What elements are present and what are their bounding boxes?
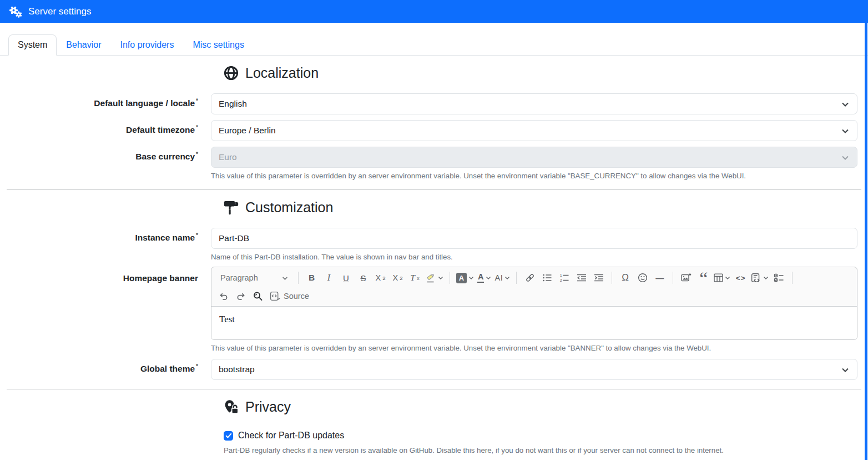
privacy-section-header: Privacy xyxy=(224,397,868,416)
link-button[interactable] xyxy=(521,269,538,286)
chevron-down-icon xyxy=(841,102,849,107)
tab-misc-settings[interactable]: Misc settings xyxy=(183,34,253,56)
font-background-color-icon: A xyxy=(456,273,467,283)
instance-name-label: Instance name* xyxy=(0,228,211,243)
undo-icon xyxy=(219,292,229,301)
chevron-down-icon xyxy=(282,276,288,281)
timezone-row: Default timezone* Europe / Berlin xyxy=(0,120,857,141)
italic-button[interactable]: I xyxy=(320,269,337,286)
highlight-button[interactable] xyxy=(423,269,445,286)
timezone-select[interactable]: Europe / Berlin xyxy=(211,120,857,141)
strikethrough-button[interactable]: S xyxy=(355,269,372,286)
font-size-button[interactable]: AI xyxy=(493,269,512,286)
bold-button[interactable]: B xyxy=(303,269,320,286)
toolbar-separator xyxy=(450,272,450,284)
redo-button[interactable] xyxy=(232,288,249,304)
toolbar-separator xyxy=(298,272,299,284)
global-theme-label: Global theme* xyxy=(0,359,211,374)
source-icon xyxy=(270,291,281,301)
toolbar-separator xyxy=(673,272,673,284)
customization-section-header: Customization xyxy=(224,198,868,217)
paragraph-dropdown[interactable]: Paragraph xyxy=(215,269,294,286)
svg-text:1: 1 xyxy=(559,273,562,277)
bulleted-list-button[interactable] xyxy=(538,269,556,286)
remove-format-button[interactable]: Tx xyxy=(406,269,423,286)
instance-name-input[interactable] xyxy=(211,228,857,249)
homepage-banner-label: Homepage banner xyxy=(0,267,211,283)
block-quote-icon: “ xyxy=(699,277,708,285)
instance-name-row: Instance name* Name of this Part-DB inst… xyxy=(0,228,857,261)
insert-image-button[interactable] xyxy=(678,269,695,286)
tab-system[interactable]: System xyxy=(8,34,57,56)
currency-row: Base currency* Euro This value of this p… xyxy=(0,147,857,180)
outdent-icon xyxy=(577,273,587,282)
emoji-button[interactable] xyxy=(634,269,651,286)
section-divider xyxy=(7,189,861,190)
chevron-down-icon xyxy=(841,367,849,373)
section-title: Localization xyxy=(245,65,319,81)
insert-table-icon xyxy=(714,273,723,282)
underline-button[interactable]: U xyxy=(337,269,355,286)
chevron-down-icon xyxy=(468,276,474,280)
tab-info-providers[interactable]: Info providers xyxy=(111,34,184,56)
top-navbar: Server settings xyxy=(0,0,868,23)
paint-roller-icon xyxy=(224,200,239,215)
updates-checkbox[interactable] xyxy=(224,431,233,441)
source-button[interactable]: Source xyxy=(266,288,312,304)
chevron-down-icon xyxy=(725,276,730,280)
language-row: Default language / locale* English xyxy=(0,93,857,114)
timezone-label: Default timezone* xyxy=(0,120,211,135)
font-color-button[interactable]: A xyxy=(476,269,493,286)
language-select[interactable]: English xyxy=(211,93,857,114)
homepage-banner-row: Homepage banner Paragraph B I U S X2 X2 … xyxy=(0,267,857,352)
server-settings-page: Server settings System Behavior Info pro… xyxy=(0,0,868,460)
block-quote-button[interactable]: “ xyxy=(695,269,712,286)
find-replace-icon xyxy=(253,291,263,301)
special-characters-button[interactable]: Ω xyxy=(617,269,634,286)
undo-button[interactable] xyxy=(215,288,232,304)
indent-button[interactable] xyxy=(590,269,607,286)
chevron-down-icon xyxy=(438,276,443,280)
rich-text-editor: Paragraph B I U S X2 X2 Tx xyxy=(211,267,857,340)
homepage-banner-help-text: This value of this parameter is overridd… xyxy=(211,344,857,352)
numbered-list-icon: 1 2 xyxy=(559,273,569,282)
indent-icon xyxy=(594,273,604,282)
global-theme-select-value: bootstrap xyxy=(219,364,255,374)
toolbar-separator xyxy=(792,272,793,284)
updates-checkbox-label[interactable]: Check for Part-DB updates xyxy=(238,431,344,441)
highlighter-icon xyxy=(425,273,436,283)
subscript-button[interactable]: X2 xyxy=(372,269,389,286)
emoji-icon xyxy=(638,273,648,283)
horizontal-line-button[interactable]: — xyxy=(651,269,668,286)
superscript-button[interactable]: X2 xyxy=(389,269,406,286)
code-button[interactable]: <> xyxy=(732,269,749,286)
numbered-list-button[interactable]: 1 2 xyxy=(556,269,573,286)
editor-content-area[interactable]: Test xyxy=(211,306,857,339)
currency-select: Euro xyxy=(211,147,857,168)
currency-label: Base currency* xyxy=(0,147,211,162)
outdent-button[interactable] xyxy=(573,269,590,286)
section-title: Privacy xyxy=(245,399,291,415)
insert-table-button[interactable] xyxy=(712,269,732,286)
insert-image-icon xyxy=(681,273,692,283)
chevron-down-icon xyxy=(841,128,849,134)
chevron-down-icon xyxy=(841,155,849,161)
toolbar-separator xyxy=(516,272,517,284)
localization-section-header: Localization xyxy=(224,63,868,82)
check-icon xyxy=(225,433,232,439)
global-theme-select[interactable]: bootstrap xyxy=(211,359,857,380)
chevron-down-icon xyxy=(504,276,510,280)
editor-text: Test xyxy=(219,314,235,324)
scrollbar[interactable] xyxy=(865,0,867,460)
font-color-icon: A xyxy=(477,273,484,283)
currency-help-text: This value of this parameter is overridd… xyxy=(211,172,857,180)
tab-behavior[interactable]: Behavior xyxy=(57,34,110,56)
globe-icon xyxy=(224,66,239,81)
find-replace-button[interactable] xyxy=(249,288,266,304)
gears-icon xyxy=(8,5,23,18)
todo-list-button[interactable] xyxy=(770,269,788,286)
code-block-button[interactable] xyxy=(749,269,770,286)
font-background-color-button[interactable]: A xyxy=(455,269,476,286)
section-divider xyxy=(7,389,861,389)
updates-check-row: Check for Part-DB updates xyxy=(224,431,868,441)
